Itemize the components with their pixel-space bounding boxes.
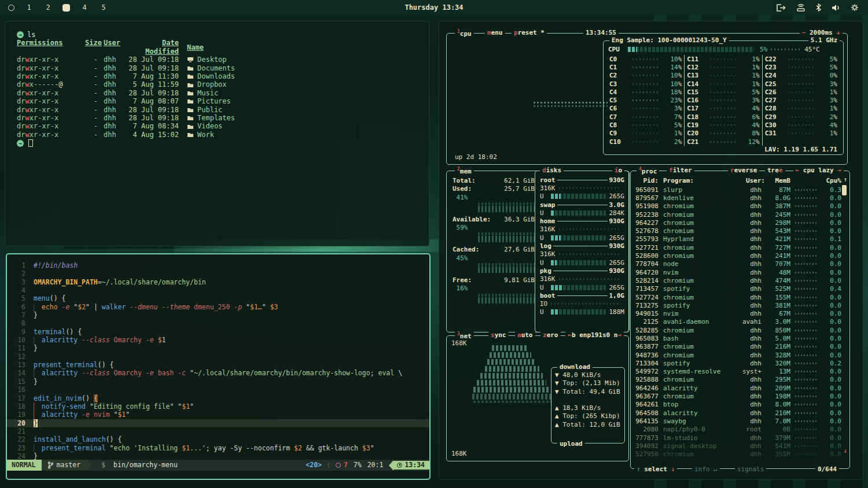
volume-icon[interactable] bbox=[832, 4, 840, 12]
status-tray bbox=[776, 3, 868, 12]
proc-row-systemd-resolve[interactable]: 549972systemd-resolvesyst+13M0.0 bbox=[634, 368, 841, 376]
net-interface-selector[interactable]: ←b enp191s0 n→ bbox=[565, 331, 624, 339]
proc-footer-info[interactable]: info ↵ bbox=[692, 465, 720, 473]
proc-row-alacritty[interactable]: 964246alacrittydhh209M0.0 bbox=[634, 384, 841, 392]
selection-count: <20> bbox=[306, 461, 322, 469]
disk-log: log930G bbox=[540, 242, 624, 250]
mem-percent: 41% bbox=[453, 194, 535, 202]
logout-icon[interactable] bbox=[776, 4, 786, 12]
scroll-up-icon[interactable]: ↑ bbox=[843, 176, 847, 183]
cpu-total-percent: 5% bbox=[760, 46, 767, 53]
proc-row-chromium[interactable]: 528214chromiumdhh474M0.0 bbox=[634, 276, 841, 284]
network-icon[interactable] bbox=[796, 4, 806, 12]
update-interval[interactable]: − 2000ms + bbox=[800, 29, 843, 36]
proc-row-chromium[interactable]: 527724chromiumdhh155M0.0 bbox=[634, 293, 841, 301]
net-auto-button[interactable]: auto bbox=[515, 331, 535, 339]
proc-footer-signals[interactable]: signals bbox=[735, 465, 766, 473]
proc-row-avahi-daemon[interactable]: 2125avahi-daemonavahi3.0M0.0 bbox=[634, 318, 841, 326]
disk-used-row: U 265G bbox=[540, 234, 624, 242]
proc-row-Hyprland[interactable]: 255793Hyprlanddhh421M0.1 bbox=[634, 235, 841, 243]
proc-row-chromium[interactable]: 952238chromiumdhh245M0.0 bbox=[634, 210, 841, 219]
proc-row-chromium[interactable]: 948736chromiumdhh328M0.0 bbox=[634, 351, 841, 359]
permissions: drwxr-xr-x bbox=[17, 56, 85, 64]
download-total: ▼ Total: 49,4 GiB bbox=[555, 388, 621, 396]
net-zero-button[interactable]: zero bbox=[540, 331, 561, 339]
proc-row-napi/phy0-0[interactable]: 2080napi/phy0-0root0B0.0 bbox=[634, 426, 841, 434]
proc-filter-button[interactable]: filter bbox=[667, 167, 694, 174]
io-toggle[interactable]: io bbox=[612, 167, 624, 174]
proc-row-chromium[interactable]: 528600chromiumdhh241M0.0 bbox=[634, 252, 841, 260]
col-cpu[interactable]: Cpu% bbox=[823, 177, 841, 184]
nvim-line-7: 7} bbox=[7, 311, 429, 319]
proc-scrollbar-thumb[interactable] bbox=[842, 185, 847, 195]
bluetooth-icon[interactable] bbox=[816, 3, 821, 12]
net-sync-button[interactable]: sync bbox=[488, 331, 509, 339]
proc-sort-selector[interactable]: ← cpu lazy → bbox=[793, 167, 844, 174]
proc-row-chromium[interactable]: 951908chromiumdhh387M0.0 bbox=[634, 202, 841, 210]
proc-row-nvim[interactable]: 964720nvimdhh48M0.0 bbox=[634, 268, 841, 276]
proc-row-chromium[interactable]: 925888chromiumdhh295M0.0 bbox=[634, 376, 841, 384]
mem-box-title[interactable]: 2mem bbox=[455, 167, 474, 175]
settings-icon[interactable] bbox=[851, 3, 859, 12]
proc-row-chromium[interactable]: 527721chromiumdhh727M0.0 bbox=[634, 243, 841, 252]
col-program[interactable]: Program: bbox=[663, 177, 737, 184]
line-text: ▏ present_terminal "echo 'Installing $1.… bbox=[34, 444, 374, 452]
proc-row-lm-studio[interactable]: 777873lm-studiodhh379M0.0 bbox=[634, 434, 841, 442]
proc-row-swaybg[interactable]: 964135swaybgdhh7.0M0.0 bbox=[634, 417, 841, 425]
proc-row-slurp[interactable]: 965091slurpdhh87M0.3 bbox=[634, 186, 841, 194]
proc-footer-select[interactable]: ↑ select ↓ bbox=[634, 465, 677, 473]
core-c18: C186% bbox=[687, 113, 759, 121]
proc-row-spotify[interactable]: 713457spotifydhh525M0.4 bbox=[634, 285, 841, 293]
date-modified: 7 Aug 11:30 bbox=[127, 72, 187, 80]
prompt-arrow-icon: → bbox=[17, 31, 24, 38]
nvim-line-22: 22install_and_launch() { bbox=[7, 435, 429, 443]
proc-row-nvim[interactable]: 949015nvimdhh67M0.0 bbox=[634, 309, 841, 317]
proc-row-chromium[interactable]: 963677chromiumdhh198M0.0 bbox=[634, 392, 841, 400]
nvim-window[interactable]: 1#!/bin/bash23OMARCHY_BIN_PATH=~/.local/… bbox=[6, 253, 431, 480]
proc-row-btop[interactable]: 964261btopdhh8.0M0.0 bbox=[634, 401, 841, 409]
scroll-down-icon[interactable]: ↓ bbox=[843, 447, 847, 454]
col-pid[interactable]: Pid: bbox=[634, 177, 663, 184]
proc-row-chromium[interactable]: 527678chromiumdhh543M0.0 bbox=[634, 227, 841, 235]
proc-row-alacritty[interactable]: 964508alacrittydhh210M0.0 bbox=[634, 409, 841, 417]
core-c2: C210% bbox=[609, 72, 682, 80]
ls-header: Permissions bbox=[17, 39, 85, 56]
net-stats-box: download upload ▼ 48,0 KiB/s ▼ Top: (2,1… bbox=[551, 367, 625, 443]
proc-row-signal-desktop[interactable]: 394092signal-desktopdhh541M0.0 bbox=[634, 442, 841, 450]
proc-row-chromium[interactable]: 963877chromiumdhh216M0.0 bbox=[634, 343, 841, 351]
proc-row-kdenlive[interactable]: 879567kdenlivedhh8.0G0.0 bbox=[634, 194, 841, 202]
menu-button[interactable]: menu bbox=[485, 29, 505, 36]
ls-header: Date Modified bbox=[127, 39, 187, 56]
permissions: drwxr-xr-x bbox=[17, 131, 85, 139]
col-memb[interactable]: MemB bbox=[765, 177, 790, 184]
core-column-2: C111%C121%C131%C141%C155%C163%C174%C186%… bbox=[684, 55, 762, 146]
mem-free: Free:9,81 GiB bbox=[453, 276, 535, 284]
terminal-window-ls[interactable]: → ls PermissionsSizeUserDate ModifiedNam… bbox=[5, 21, 429, 246]
btop-clock: 13:34:55 bbox=[583, 29, 619, 36]
cpu-box-title[interactable]: 1cpu bbox=[455, 29, 474, 38]
proc-row-bash[interactable]: 965083bashdhh5.0M0.0 bbox=[634, 334, 841, 342]
preset-button[interactable]: preset * bbox=[512, 29, 547, 36]
terminal-prompt-line-2[interactable]: → bbox=[17, 139, 429, 147]
proc-row-node[interactable]: 778704nodedhh707M0.0 bbox=[634, 260, 841, 268]
scroll-percent: 7% bbox=[354, 461, 362, 469]
nvim-buffer[interactable]: 1#!/bin/bash23OMARCHY_BIN_PATH=~/.local/… bbox=[7, 261, 429, 460]
proc-row-chromium[interactable]: 527950chromiumdhh355M0.0 bbox=[634, 450, 841, 459]
btop-window[interactable]: 1cpu menu preset * 13:34:55 − 2000ms + u… bbox=[439, 21, 863, 480]
col-user[interactable]: User: bbox=[737, 177, 765, 184]
upload-title: upload bbox=[557, 440, 585, 448]
permissions: drwxr-xr-x bbox=[17, 89, 85, 97]
ls-row-pictures: drwxr-xr-x-dhh 7 Aug 08:07Pictures bbox=[17, 97, 429, 105]
nvim-line-13: 13present_terminal() { bbox=[7, 361, 429, 369]
proc-row-chromium[interactable]: 528285chromiumdhh850M0.0 bbox=[634, 326, 841, 334]
net-box-title[interactable]: 3net bbox=[455, 331, 474, 340]
proc-row-chromium[interactable]: 964227chromiumdhh298M0.0 bbox=[634, 219, 841, 227]
proc-row-spotify[interactable]: 713304spotifydhh320M0.2 bbox=[634, 359, 841, 367]
proc-box-title[interactable]: 4proc bbox=[637, 167, 659, 175]
disks-box-title[interactable]: disks bbox=[540, 167, 564, 174]
disk-free-row: IO bbox=[540, 300, 624, 308]
proc-tree-button[interactable]: tree bbox=[765, 167, 785, 174]
proc-row-spotify[interactable]: 713275spotifydhh381M0.0 bbox=[634, 301, 841, 309]
disk-used-row: U 265G bbox=[540, 283, 624, 291]
proc-reverse-button[interactable]: reverse bbox=[728, 167, 759, 174]
